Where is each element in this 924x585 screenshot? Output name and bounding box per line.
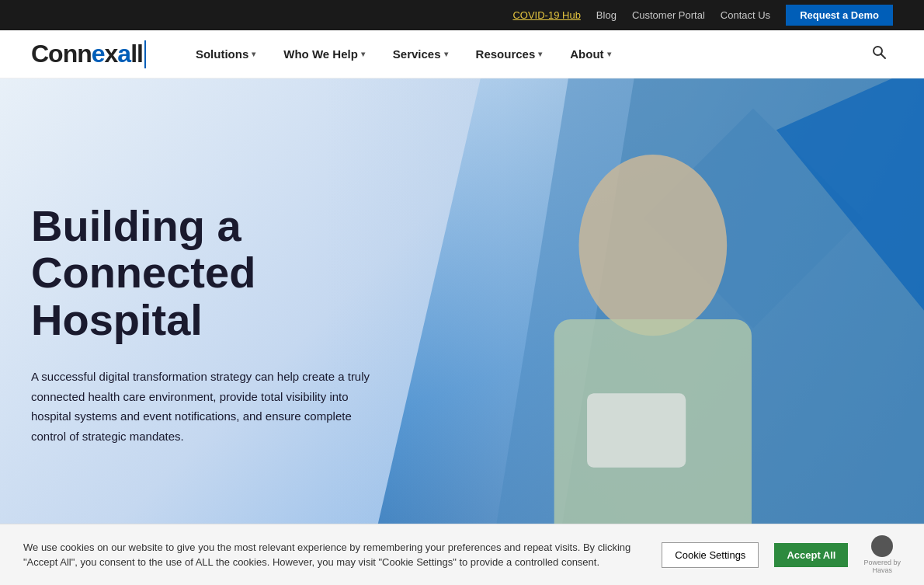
logo[interactable]: Connexall [31, 40, 146, 68]
blog-link[interactable]: Blog [596, 9, 617, 21]
chevron-down-icon: ▾ [252, 50, 255, 58]
cookie-accept-button[interactable]: Accept All [774, 543, 848, 561]
nav-item-about[interactable]: About ▾ [559, 40, 621, 68]
nav-item-resources[interactable]: Resources ▾ [465, 40, 554, 68]
nav-items: Solutions ▾ Who We Help ▾ Services ▾ Res… [185, 40, 865, 68]
hero-section: Building a Connected Hospital A successf… [0, 78, 924, 560]
logo-accent-line [144, 40, 146, 68]
chevron-down-icon: ▾ [444, 50, 448, 58]
cookie-powered-by: Powered by Havas [863, 535, 901, 560]
cookie-banner: We use cookies on our website to give yo… [0, 524, 924, 560]
nav-item-solutions[interactable]: Solutions ▾ [185, 40, 266, 68]
top-bar: COVID-19 Hub Blog Customer Portal Contac… [0, 0, 924, 30]
svg-line-1 [881, 54, 886, 59]
svg-rect-7 [587, 393, 686, 467]
svg-point-5 [578, 155, 727, 336]
cookie-text: We use cookies on our website to give yo… [23, 540, 646, 561]
logo-text-connexall: Conn [31, 40, 92, 68]
customer-portal-link[interactable]: Customer Portal [632, 9, 705, 21]
hero-content: Building a Connected Hospital A successf… [31, 203, 419, 446]
contact-us-link[interactable]: Contact Us [721, 9, 770, 21]
search-button[interactable] [865, 38, 893, 70]
request-demo-button[interactable]: Request a Demo [786, 5, 893, 26]
chevron-down-icon: ▾ [538, 50, 542, 58]
chevron-down-icon: ▾ [607, 50, 611, 58]
covid-hub-link[interactable]: COVID-19 Hub [512, 9, 580, 21]
hero-subtitle: A successful digital transformation stra… [31, 367, 388, 446]
cookie-logo-icon [871, 535, 893, 557]
chevron-down-icon: ▾ [361, 50, 365, 58]
main-nav: Connexall Solutions ▾ Who We Help ▾ Serv… [0, 30, 924, 78]
hero-title: Building a Connected Hospital [31, 203, 419, 343]
search-icon [871, 44, 887, 60]
nav-item-services[interactable]: Services ▾ [382, 40, 459, 68]
nav-item-who-we-help[interactable]: Who We Help ▾ [273, 40, 376, 68]
cookie-settings-button[interactable]: Cookie Settings [662, 542, 759, 561]
